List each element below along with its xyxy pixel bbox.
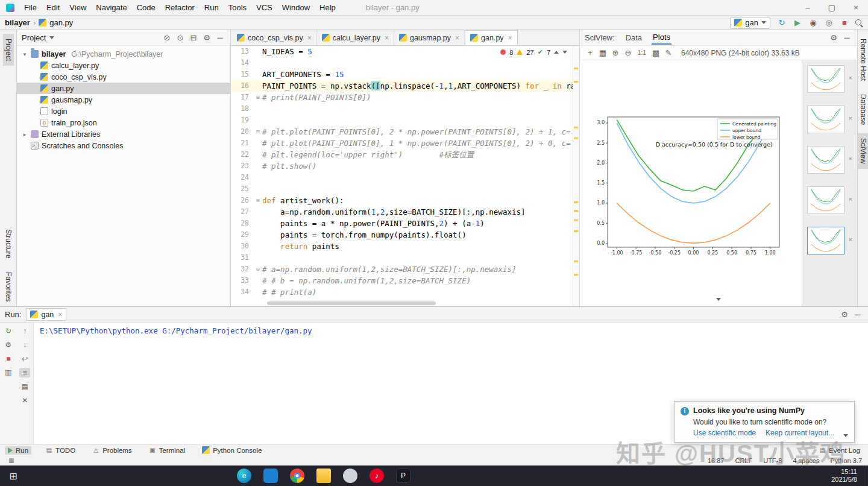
menu-edit[interactable]: Edit [42, 0, 64, 16]
indent-style[interactable]: 4 spaces [793, 457, 819, 464]
chevron-down-icon[interactable] [843, 434, 848, 437]
sciview-tab-data[interactable]: Data [624, 31, 643, 44]
toolbutton-run[interactable]: Run [5, 446, 31, 455]
keep-current-layout-link[interactable]: Keep current layout... [766, 429, 834, 437]
actual-size-icon[interactable]: 1:1 [635, 48, 649, 58]
toolbutton-python-console[interactable]: Python Console [199, 446, 265, 455]
code-line[interactable]: 25 [231, 183, 579, 195]
toolbutton-event-log[interactable]: ▤Event Log [816, 446, 863, 455]
edge-taskbar-icon[interactable]: e [237, 469, 251, 483]
close-icon[interactable]: × [849, 195, 852, 203]
fold-marker-icon[interactable]: ⊟ [254, 126, 262, 137]
menu-run[interactable]: Run [200, 0, 224, 16]
code-line[interactable]: 16PAINT_POINTS = np.vstack([np.linspace(… [231, 80, 579, 92]
close-icon[interactable]: × [508, 34, 512, 42]
layout-icon[interactable]: ▥ [3, 368, 14, 377]
interpreter[interactable]: Python 3.7 [830, 457, 862, 464]
zoom-out-icon[interactable]: ⊖ [623, 48, 634, 58]
menu-navigate[interactable]: Navigate [91, 0, 131, 16]
menu-refactor[interactable]: Refactor [160, 0, 200, 16]
tree-item-calcu-layer-py[interactable]: calcu_layer.py [17, 60, 230, 71]
code-line[interactable]: 33# # b = np.random.uniform(1,2,size=BAT… [231, 275, 579, 286]
print-icon[interactable]: ▤ [19, 382, 30, 391]
settings-icon[interactable]: ⚙ [3, 340, 14, 350]
search-icon[interactable] [855, 19, 863, 27]
chevron-right-icon[interactable]: ▸ [22, 131, 28, 137]
plot-thumbnail[interactable]: × [807, 65, 844, 93]
hide-icon[interactable]: ─ [215, 33, 225, 43]
close-icon[interactable]: × [849, 115, 852, 122]
fold-marker-icon[interactable]: ⊟ [254, 195, 262, 206]
code-line[interactable]: 28 paints = a * np.power(PAINT_POINTS,2)… [231, 218, 579, 229]
tool-strip-sciview[interactable]: SciView [858, 133, 868, 168]
close-icon[interactable]: × [849, 155, 852, 162]
settings-icon[interactable]: ⚙ [201, 33, 212, 43]
scroll-down-chevron[interactable] [716, 294, 721, 303]
taskbar-clock[interactable]: 15:11 2021/5/8 [831, 468, 857, 484]
collapse-all-icon[interactable]: ⊟ [188, 33, 199, 43]
app-blue-taskbar-icon[interactable] [263, 469, 278, 483]
code-line[interactable]: 29 paints = torch.from_numpy(paints).flo… [231, 229, 579, 241]
tool-strip-structure[interactable]: Structure [3, 224, 14, 264]
close-icon[interactable]: × [385, 34, 389, 42]
error-stripe[interactable] [573, 46, 579, 306]
menu-tools[interactable]: Tools [224, 0, 251, 16]
plot-canvas[interactable]: -1.00-0.75-0.50-0.250.000.250.500.751.00… [580, 60, 802, 306]
softwrap-icon[interactable]: ↩ [19, 354, 30, 364]
up-icon[interactable]: ↑ [19, 326, 30, 336]
editor-tab-gausmap-py[interactable]: gausmap.py× [394, 30, 465, 45]
close-icon[interactable]: × [58, 311, 62, 319]
compact-icon[interactable]: ⊘ [162, 33, 172, 43]
settings-icon[interactable]: ⚙ [828, 33, 839, 43]
tool-strip-remote-host[interactable]: Remote Host [858, 34, 868, 86]
chevron-down-icon[interactable]: ▾ [22, 51, 28, 57]
plot-thumbnail[interactable]: × [807, 227, 844, 254]
plot-thumbnail[interactable]: × [807, 146, 844, 174]
edit-icon[interactable]: ✎ [663, 48, 674, 58]
code-line[interactable]: 23# plt.show() [231, 160, 579, 172]
settings-icon[interactable]: ⚙ [839, 309, 850, 320]
code-line[interactable]: 15ART_COMPONETS = 15 [231, 69, 579, 80]
debug-icon[interactable]: ◉ [808, 17, 819, 28]
toolwindow-switcher-icon[interactable]: ▦ [6, 455, 17, 466]
code-line[interactable]: 18 [231, 103, 579, 115]
tree-item-coco-csp-vis-py[interactable]: coco_csp_vis.py [17, 71, 230, 83]
explorer-taskbar-icon[interactable] [316, 469, 331, 483]
code-line[interactable]: 17⊟# print(PAINT_POINTS[0]) [231, 92, 579, 103]
code-line[interactable]: 14 [231, 57, 579, 69]
netease-taskbar-icon[interactable]: ♪ [370, 469, 384, 483]
menu-help[interactable]: Help [315, 0, 341, 16]
run-icon[interactable]: ▶ [792, 17, 803, 28]
menu-code[interactable]: Code [132, 0, 160, 16]
tool-strip-favorites[interactable]: Favorites [3, 267, 14, 306]
code-line[interactable]: 20⊟# plt.plot(PAINT_POINTS[0], 2 * np.po… [231, 126, 579, 137]
menu-window[interactable]: Window [277, 0, 315, 16]
start-button-icon[interactable]: ⊞ [0, 470, 27, 482]
tree-item-bilayer[interactable]: ▾bilayerG:\Pycharm_Project\bilayer [17, 48, 230, 60]
code-line[interactable]: 19 [231, 115, 579, 126]
close-icon[interactable]: × [844, 0, 868, 16]
stop-icon[interactable]: ■ [839, 17, 850, 28]
editor-body[interactable]: 13N_IDEAS = 51415ART_COMPONETS = 1516PAI… [231, 46, 579, 306]
app-dark-taskbar-icon[interactable]: P [396, 469, 410, 483]
menu-file[interactable]: File [19, 0, 42, 16]
horizontal-scrollbar[interactable] [267, 301, 436, 305]
code-line[interactable]: 26⊟def artist_work(): [231, 195, 579, 206]
toolbutton-todo[interactable]: ▤TODO [42, 446, 78, 455]
next-warning-icon[interactable] [562, 51, 567, 54]
code-line[interactable]: 31 [231, 252, 579, 264]
run-tab-gan[interactable]: gan × [26, 308, 66, 321]
rerun-icon[interactable]: ↻ [3, 326, 14, 336]
close-icon[interactable]: × [455, 34, 459, 42]
app-gray-taskbar-icon[interactable] [343, 469, 357, 483]
menu-view[interactable]: View [64, 0, 91, 16]
caret-position[interactable]: 16:87 [708, 457, 725, 464]
breadcrumb-project[interactable]: bilayer [5, 18, 30, 27]
fit-icon[interactable]: + [585, 48, 596, 58]
code-line[interactable]: 22# plt.legend(loc='upper right') #标签位置 [231, 149, 579, 160]
close-icon[interactable]: × [849, 74, 852, 81]
tool-strip-database[interactable]: Database [858, 89, 868, 130]
zoom-in-icon[interactable]: ⊕ [610, 48, 621, 58]
tree-item-gan-py[interactable]: gan.py [17, 83, 230, 94]
show-desktop-button[interactable] [866, 465, 868, 486]
